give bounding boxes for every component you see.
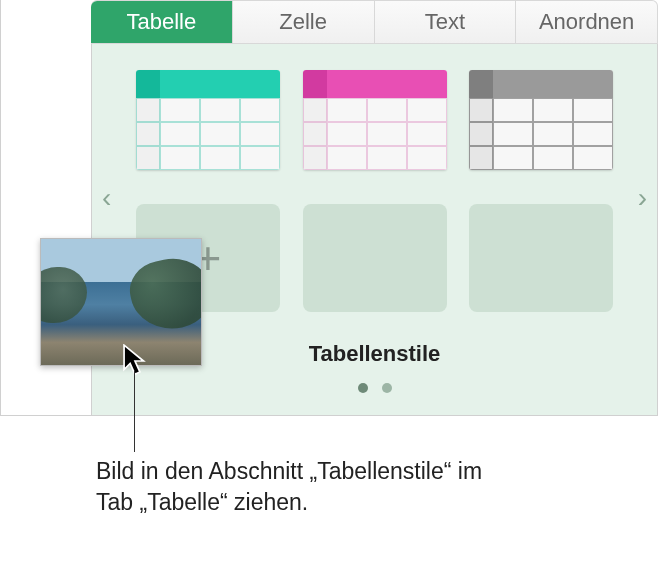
- table-style-gray[interactable]: [469, 70, 613, 170]
- table-styles-row: [136, 70, 613, 170]
- table-style-pink[interactable]: [303, 70, 447, 170]
- empty-style-slot-2[interactable]: [469, 204, 613, 312]
- styles-page-dot-1[interactable]: [358, 383, 368, 393]
- table-style-teal[interactable]: [136, 70, 280, 170]
- window-bottom-border: [0, 415, 92, 416]
- callout-leader-line: [134, 370, 135, 452]
- empty-style-slot-1[interactable]: [303, 204, 447, 312]
- dragged-image-thumbnail[interactable]: [40, 238, 202, 366]
- styles-next-button[interactable]: ›: [638, 182, 647, 214]
- format-tabbar: Tabelle Zelle Text Anordnen: [91, 0, 658, 44]
- callout-text: Bild in den Abschnitt „Tabellenstile“ im…: [96, 456, 516, 518]
- window-left-border: [0, 0, 1, 416]
- tab-tabelle[interactable]: Tabelle: [91, 1, 232, 43]
- styles-page-dot-2[interactable]: [382, 383, 392, 393]
- tab-text[interactable]: Text: [374, 1, 516, 43]
- table-style-slots: +: [136, 204, 613, 312]
- tab-zelle[interactable]: Zelle: [232, 1, 374, 43]
- tab-anordnen[interactable]: Anordnen: [515, 1, 657, 43]
- styles-pager: [92, 383, 657, 393]
- styles-prev-button[interactable]: ‹: [102, 182, 111, 214]
